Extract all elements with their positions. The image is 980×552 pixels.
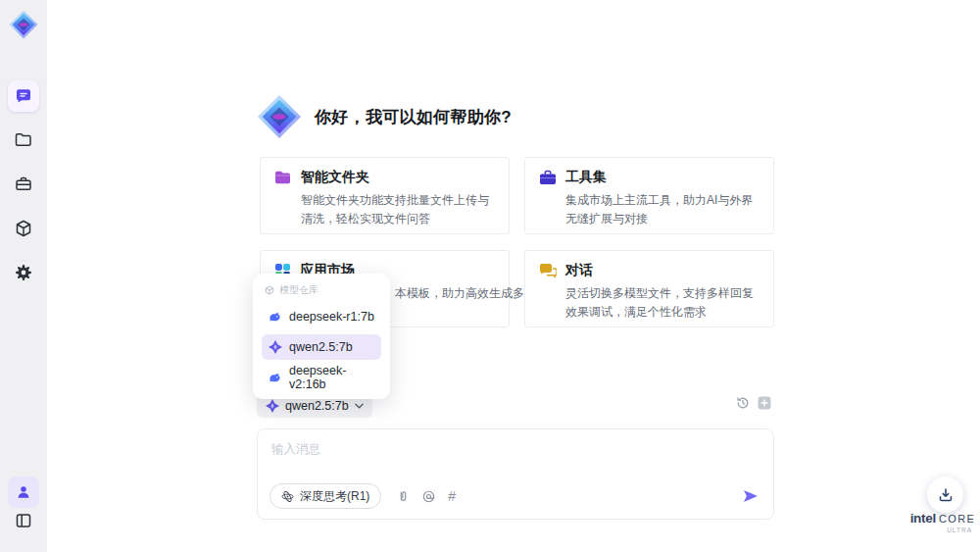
sidebar-item-models[interactable] [8,213,39,244]
model-dropdown-header: 模型仓库 [262,281,381,299]
cube-icon [14,219,33,238]
chat-gold-icon [539,263,557,278]
app-logo-gem-icon [9,8,38,41]
briefcase-icon [14,175,33,194]
folder-icon [14,130,33,150]
intel-sub-label: ultra [909,527,972,533]
card-description: 灵活切换多模型文件，支持多样回复效果调试，满足个性化需求 [565,284,760,322]
message-input[interactable] [258,429,773,475]
card-description-partial: 本模板，助力高效生成多 [395,285,524,302]
user-icon [15,483,32,501]
briefcase-indigo-icon [539,170,557,185]
sidebar-item-settings[interactable] [8,257,39,288]
sidebar-item-chat[interactable] [8,80,39,112]
gear-icon [14,263,33,282]
deep-think-label: 深度思考(R1) [300,488,369,505]
card-title: 对话 [565,262,593,279]
history-icon[interactable] [736,396,750,410]
deepseek-icon [269,371,282,384]
new-chat-icon[interactable] [758,396,771,410]
chat-icon [14,86,33,106]
composer-icons: # [397,490,456,503]
deepseek-icon [269,310,282,324]
paperclip-icon[interactable] [397,490,410,503]
composer-toolbar: 深度思考(R1) # [270,483,760,509]
composer: 深度思考(R1) # [257,428,774,520]
card-smart-folder[interactable]: 智能文件夹 智能文件夹功能支持批量文件上传与清洗，轻松实现文件问答 [260,157,510,234]
model-option-qwen[interactable]: qwen2.5:7b [262,334,381,360]
sidebar-item-collapse[interactable] [8,505,39,536]
card-title: 工具集 [565,169,607,186]
download-icon [938,487,954,503]
chevron-down-icon [355,403,364,409]
model-dropdown: 模型仓库 deepseek-r1:7b qwen2.5:7b deepseek-… [253,274,390,399]
card-title: 智能文件夹 [301,169,369,186]
card-description: 智能文件夹功能支持批量文件上传与清洗，轻松实现文件问答 [301,191,495,228]
deep-think-toggle[interactable]: 深度思考(R1) [270,483,381,509]
atom-icon [281,490,294,503]
sidebar-item-profile[interactable] [8,477,39,508]
download-button[interactable] [927,477,963,513]
folder-purple-icon [274,170,292,185]
model-option-label: deepseek-r1:7b [289,310,374,324]
intel-wordmark: intel [910,511,936,526]
panel-icon [14,511,33,530]
card-description: 集成市场上主流工具，助力AI与外界无缝扩展与对接 [565,191,760,228]
model-option-deepseek-r1[interactable]: deepseek-r1:7b [262,304,381,329]
core-wordmark: core [939,513,975,525]
model-dropdown-header-label: 模型仓库 [279,283,318,297]
model-option-deepseek-v2[interactable]: deepseek-v2:16b [262,365,381,390]
intel-core-logo: intel core ultra [909,511,976,533]
hash-icon[interactable]: # [448,490,456,503]
repo-icon [265,285,274,295]
model-option-label: deepseek-v2:16b [289,364,374,391]
model-option-label: qwen2.5:7b [289,340,353,354]
card-chat[interactable]: 对话 灵活切换多模型文件，支持多样回复效果调试，满足个性化需求 [524,250,774,327]
send-icon[interactable] [742,487,760,505]
greeting: 你好，我可以如何帮助你? [257,94,512,139]
card-toolset[interactable]: 工具集 集成市场上主流工具，助力AI与外界无缝扩展与对接 [524,157,774,234]
gem-logo [257,94,302,139]
qwen-icon [266,399,279,413]
sidebar-item-tools[interactable] [8,169,39,200]
sidebar-item-folders[interactable] [8,125,39,156]
page-title: 你好，我可以如何帮助你? [315,106,512,128]
at-circle-icon[interactable] [422,490,435,503]
model-selector-label: qwen2.5:7b [285,399,349,413]
sidebar [0,0,47,552]
conversation-actions [736,396,771,410]
qwen-icon [269,340,282,354]
